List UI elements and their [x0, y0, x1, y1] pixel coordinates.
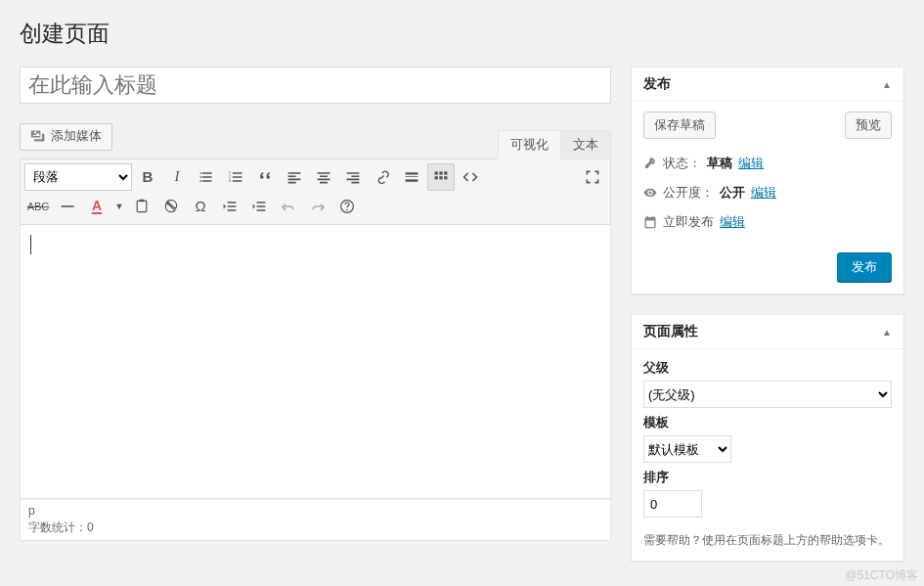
toggle-icon[interactable]: ▲	[882, 327, 892, 338]
align-right-button[interactable]	[339, 163, 367, 191]
visibility-row: 公开度： 公开 编辑	[643, 178, 892, 207]
editor-wrap: 可视化 文本 段落 B I 123	[20, 158, 611, 541]
redo-button[interactable]	[304, 193, 331, 220]
align-center-button[interactable]	[310, 163, 337, 191]
text-cursor	[30, 235, 31, 254]
svg-rect-3	[435, 171, 438, 174]
edit-visibility-link[interactable]: 编辑	[751, 184, 776, 202]
key-icon	[643, 157, 657, 170]
editor-tabs: 可视化 文本	[498, 130, 611, 159]
content-editor[interactable]	[20, 225, 611, 499]
publish-button[interactable]: 发布	[837, 252, 892, 282]
element-path[interactable]: p	[28, 504, 602, 518]
parent-label: 父级	[643, 359, 892, 377]
template-label: 模板	[643, 414, 892, 431]
strikethrough-button[interactable]: ABC	[24, 193, 52, 220]
schedule-suffix: 发布	[688, 214, 714, 229]
page-attributes-box: 页面属性 ▲ 父级 (无父级) 模板 默认模板 排序 需要帮助？使用在页面标题上…	[631, 314, 904, 562]
textcolor-dropdown[interactable]: ▼	[112, 193, 126, 220]
add-media-label: 添加媒体	[51, 127, 102, 145]
visibility-label: 公开度：	[663, 184, 714, 202]
format-select[interactable]: 段落	[24, 163, 132, 191]
blockquote-button[interactable]	[251, 163, 279, 191]
svg-rect-8	[444, 176, 447, 179]
title-input[interactable]	[20, 67, 611, 104]
media-icon	[30, 128, 46, 144]
svg-rect-10	[137, 201, 147, 211]
eye-icon	[643, 186, 657, 200]
save-draft-button[interactable]: 保存草稿	[643, 112, 716, 139]
align-left-button[interactable]	[281, 163, 308, 191]
add-media-button[interactable]: 添加媒体	[20, 123, 112, 151]
help-button[interactable]	[333, 193, 361, 220]
svg-rect-9	[62, 205, 74, 207]
outdent-button[interactable]	[216, 193, 243, 220]
tab-visual[interactable]: 可视化	[498, 130, 561, 159]
svg-rect-11	[140, 199, 145, 201]
svg-rect-6	[435, 176, 438, 179]
code-button[interactable]	[457, 163, 484, 191]
bullet-list-button[interactable]	[193, 163, 220, 191]
status-value: 草稿	[707, 155, 732, 172]
preview-button[interactable]: 预览	[845, 112, 892, 139]
svg-rect-5	[444, 171, 447, 174]
tab-text[interactable]: 文本	[561, 130, 611, 159]
watermark: @51CTO博客	[845, 567, 918, 581]
parent-select[interactable]: (无父级)	[643, 381, 892, 408]
svg-rect-7	[439, 176, 442, 179]
attributes-box-header[interactable]: 页面属性 ▲	[632, 315, 903, 349]
status-row: 状态： 草稿 编辑	[643, 149, 892, 178]
word-count-label: 字数统计：	[28, 520, 87, 534]
schedule-prefix: 立即	[663, 214, 688, 229]
attributes-help-text: 需要帮助？使用在页面标题上方的帮助选项卡。	[643, 531, 892, 549]
editor-toolbar: 段落 B I 123	[20, 158, 611, 225]
italic-button[interactable]: I	[163, 163, 191, 191]
link-button[interactable]	[369, 163, 396, 191]
toggle-icon[interactable]: ▲	[882, 79, 892, 90]
undo-button[interactable]	[275, 193, 302, 220]
publish-box: 发布 ▲ 保存草稿 预览 状态： 草稿 编辑	[631, 67, 904, 294]
specialchar-button[interactable]: Ω	[187, 193, 214, 220]
visibility-value: 公开	[720, 184, 745, 202]
fullscreen-button[interactable]	[579, 163, 606, 191]
order-label: 排序	[643, 469, 892, 486]
attributes-box-title: 页面属性	[643, 323, 698, 340]
textcolor-button[interactable]: A	[83, 193, 110, 220]
numbered-list-button[interactable]: 123	[222, 163, 249, 191]
publish-box-title: 发布	[643, 75, 671, 93]
clear-format-button[interactable]	[157, 193, 185, 220]
svg-rect-4	[439, 171, 442, 174]
page-title: 创建页面	[20, 10, 904, 53]
status-label: 状态：	[663, 155, 701, 172]
schedule-row: 立即发布 编辑	[643, 207, 892, 237]
template-select[interactable]: 默认模板	[643, 435, 731, 463]
svg-point-13	[346, 208, 348, 210]
svg-text:3: 3	[229, 177, 232, 182]
hr-button[interactable]	[54, 193, 81, 220]
indent-button[interactable]	[245, 193, 273, 220]
bold-button[interactable]: B	[134, 163, 161, 191]
editor-statusbar: p 字数统计：0	[20, 499, 611, 541]
toolbar-toggle-button[interactable]	[427, 163, 455, 191]
order-input[interactable]	[643, 490, 702, 518]
paste-text-button[interactable]	[128, 193, 155, 220]
calendar-icon	[643, 215, 657, 229]
publish-box-header[interactable]: 发布 ▲	[632, 68, 903, 102]
title-wrap	[20, 67, 611, 104]
word-count-value: 0	[87, 520, 94, 534]
edit-status-link[interactable]: 编辑	[738, 155, 764, 172]
more-button[interactable]	[398, 163, 425, 191]
edit-schedule-link[interactable]: 编辑	[720, 213, 745, 231]
